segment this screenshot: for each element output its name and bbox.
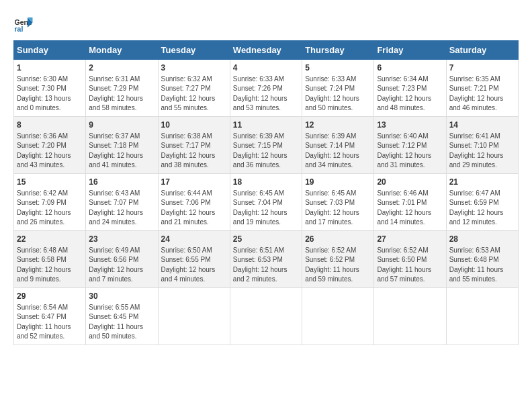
calendar-cell [446, 288, 518, 345]
calendar-cell: 22Sunrise: 6:48 AM Sunset: 6:58 PM Dayli… [14, 231, 86, 288]
calendar-cell: 28Sunrise: 6:53 AM Sunset: 6:48 PM Dayli… [446, 231, 518, 288]
calendar-cell: 6Sunrise: 6:34 AM Sunset: 7:23 PM Daylig… [374, 60, 446, 117]
day-number: 12 [305, 120, 371, 131]
calendar-row-3: 15Sunrise: 6:42 AM Sunset: 7:09 PM Dayli… [14, 174, 519, 231]
day-number: 7 [449, 62, 515, 74]
day-number: 3 [161, 62, 227, 74]
header-friday: Friday [374, 41, 446, 60]
calendar-cell [230, 288, 302, 345]
day-info: Sunrise: 6:51 AM Sunset: 6:53 PM Dayligh… [233, 246, 299, 285]
day-info: Sunrise: 6:53 AM Sunset: 6:48 PM Dayligh… [449, 246, 515, 285]
calendar-row-5: 29Sunrise: 6:54 AM Sunset: 6:47 PM Dayli… [14, 288, 519, 345]
calendar-cell: 24Sunrise: 6:50 AM Sunset: 6:55 PM Dayli… [158, 231, 230, 288]
header-sunday: Sunday [14, 41, 86, 60]
calendar-cell: 19Sunrise: 6:45 AM Sunset: 7:03 PM Dayli… [302, 174, 374, 231]
calendar-cell: 7Sunrise: 6:35 AM Sunset: 7:21 PM Daylig… [446, 60, 518, 117]
calendar-cell: 25Sunrise: 6:51 AM Sunset: 6:53 PM Dayli… [230, 231, 302, 288]
day-number: 11 [233, 120, 299, 131]
page-header: Gene ral [13, 13, 519, 34]
day-info: Sunrise: 6:34 AM Sunset: 7:23 PM Dayligh… [377, 75, 443, 113]
calendar-cell: 16Sunrise: 6:43 AM Sunset: 7:07 PM Dayli… [86, 174, 158, 231]
calendar-cell: 10Sunrise: 6:38 AM Sunset: 7:17 PM Dayli… [158, 117, 230, 174]
day-info: Sunrise: 6:45 AM Sunset: 7:04 PM Dayligh… [233, 189, 299, 228]
calendar-header-row: SundayMondayTuesdayWednesdayThursdayFrid… [14, 41, 519, 60]
day-number: 15 [17, 177, 83, 188]
day-info: Sunrise: 6:50 AM Sunset: 6:55 PM Dayligh… [161, 246, 227, 285]
day-info: Sunrise: 6:33 AM Sunset: 7:24 PM Dayligh… [305, 75, 371, 113]
day-number: 6 [377, 62, 443, 74]
day-number: 28 [449, 234, 515, 245]
day-info: Sunrise: 6:41 AM Sunset: 7:10 PM Dayligh… [449, 132, 515, 171]
day-info: Sunrise: 6:30 AM Sunset: 7:30 PM Dayligh… [17, 75, 83, 113]
day-number: 22 [17, 234, 83, 245]
day-info: Sunrise: 6:32 AM Sunset: 7:27 PM Dayligh… [161, 75, 227, 113]
calendar-cell [374, 288, 446, 345]
calendar-cell: 30Sunrise: 6:55 AM Sunset: 6:45 PM Dayli… [86, 288, 158, 345]
day-info: Sunrise: 6:45 AM Sunset: 7:03 PM Dayligh… [305, 189, 371, 228]
day-number: 25 [233, 234, 299, 245]
day-number: 24 [161, 234, 227, 245]
day-info: Sunrise: 6:46 AM Sunset: 7:01 PM Dayligh… [377, 189, 443, 228]
header-tuesday: Tuesday [158, 41, 230, 60]
calendar-cell: 20Sunrise: 6:46 AM Sunset: 7:01 PM Dayli… [374, 174, 446, 231]
calendar-cell: 9Sunrise: 6:37 AM Sunset: 7:18 PM Daylig… [86, 117, 158, 174]
calendar-cell: 27Sunrise: 6:52 AM Sunset: 6:50 PM Dayli… [374, 231, 446, 288]
calendar-cell: 4Sunrise: 6:33 AM Sunset: 7:26 PM Daylig… [230, 60, 302, 117]
day-number: 21 [449, 177, 515, 188]
day-number: 9 [89, 120, 154, 131]
calendar-cell: 17Sunrise: 6:44 AM Sunset: 7:06 PM Dayli… [158, 174, 230, 231]
day-number: 10 [161, 120, 227, 131]
day-info: Sunrise: 6:54 AM Sunset: 6:47 PM Dayligh… [17, 303, 83, 342]
day-info: Sunrise: 6:52 AM Sunset: 6:52 PM Dayligh… [305, 246, 371, 285]
calendar-cell: 15Sunrise: 6:42 AM Sunset: 7:09 PM Dayli… [14, 174, 86, 231]
day-number: 18 [233, 177, 299, 188]
calendar-cell: 23Sunrise: 6:49 AM Sunset: 6:56 PM Dayli… [86, 231, 158, 288]
day-info: Sunrise: 6:42 AM Sunset: 7:09 PM Dayligh… [17, 189, 83, 228]
day-info: Sunrise: 6:52 AM Sunset: 6:50 PM Dayligh… [377, 246, 443, 285]
day-number: 23 [89, 234, 154, 245]
calendar-cell: 26Sunrise: 6:52 AM Sunset: 6:52 PM Dayli… [302, 231, 374, 288]
day-number: 1 [17, 62, 83, 74]
calendar-cell: 21Sunrise: 6:47 AM Sunset: 6:59 PM Dayli… [446, 174, 518, 231]
day-number: 13 [377, 120, 443, 131]
day-number: 8 [17, 120, 83, 131]
day-info: Sunrise: 6:31 AM Sunset: 7:29 PM Dayligh… [89, 75, 154, 113]
day-number: 2 [89, 62, 154, 74]
day-info: Sunrise: 6:40 AM Sunset: 7:12 PM Dayligh… [377, 132, 443, 171]
day-info: Sunrise: 6:36 AM Sunset: 7:20 PM Dayligh… [17, 132, 83, 171]
day-info: Sunrise: 6:39 AM Sunset: 7:15 PM Dayligh… [233, 132, 299, 171]
calendar-cell: 29Sunrise: 6:54 AM Sunset: 6:47 PM Dayli… [14, 288, 86, 345]
day-info: Sunrise: 6:38 AM Sunset: 7:17 PM Dayligh… [161, 132, 227, 171]
calendar-table: SundayMondayTuesdayWednesdayThursdayFrid… [13, 40, 519, 345]
calendar-cell: 5Sunrise: 6:33 AM Sunset: 7:24 PM Daylig… [302, 60, 374, 117]
day-number: 4 [233, 62, 299, 74]
svg-text:ral: ral [15, 25, 24, 33]
day-number: 19 [305, 177, 371, 188]
header-monday: Monday [86, 41, 158, 60]
day-number: 17 [161, 177, 227, 188]
day-info: Sunrise: 6:33 AM Sunset: 7:26 PM Dayligh… [233, 75, 299, 113]
header-saturday: Saturday [446, 41, 518, 60]
day-number: 29 [17, 291, 83, 302]
day-info: Sunrise: 6:39 AM Sunset: 7:14 PM Dayligh… [305, 132, 371, 171]
calendar-cell: 11Sunrise: 6:39 AM Sunset: 7:15 PM Dayli… [230, 117, 302, 174]
calendar-cell [302, 288, 374, 345]
day-info: Sunrise: 6:44 AM Sunset: 7:06 PM Dayligh… [161, 189, 227, 228]
header-wednesday: Wednesday [230, 41, 302, 60]
day-info: Sunrise: 6:55 AM Sunset: 6:45 PM Dayligh… [89, 303, 154, 342]
day-number: 30 [89, 291, 154, 302]
calendar-cell: 12Sunrise: 6:39 AM Sunset: 7:14 PM Dayli… [302, 117, 374, 174]
day-number: 20 [377, 177, 443, 188]
day-info: Sunrise: 6:49 AM Sunset: 6:56 PM Dayligh… [89, 246, 154, 285]
calendar-cell [158, 288, 230, 345]
calendar-cell: 2Sunrise: 6:31 AM Sunset: 7:29 PM Daylig… [86, 60, 158, 117]
calendar-cell: 3Sunrise: 6:32 AM Sunset: 7:27 PM Daylig… [158, 60, 230, 117]
day-number: 14 [449, 120, 515, 131]
calendar-cell: 13Sunrise: 6:40 AM Sunset: 7:12 PM Dayli… [374, 117, 446, 174]
day-info: Sunrise: 6:47 AM Sunset: 6:59 PM Dayligh… [449, 189, 515, 228]
calendar-row-1: 1Sunrise: 6:30 AM Sunset: 7:30 PM Daylig… [14, 60, 519, 117]
calendar-cell: 8Sunrise: 6:36 AM Sunset: 7:20 PM Daylig… [14, 117, 86, 174]
calendar-row-4: 22Sunrise: 6:48 AM Sunset: 6:58 PM Dayli… [14, 231, 519, 288]
calendar-cell: 18Sunrise: 6:45 AM Sunset: 7:04 PM Dayli… [230, 174, 302, 231]
calendar-cell: 14Sunrise: 6:41 AM Sunset: 7:10 PM Dayli… [446, 117, 518, 174]
